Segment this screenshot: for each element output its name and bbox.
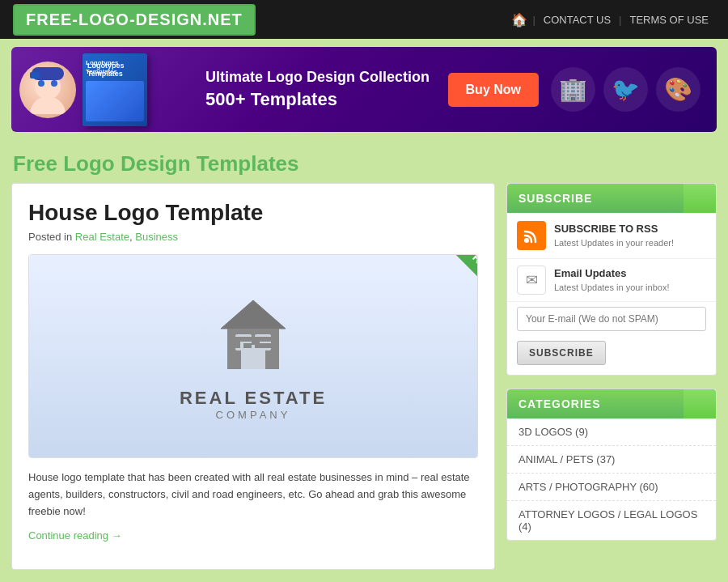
email-text: Email Updates Latest Updates in your inb…	[554, 267, 669, 294]
subscribe-button[interactable]: SUBSCRIBE	[517, 341, 606, 365]
meta-prefix: Posted in	[28, 231, 72, 243]
site-header: FREE-LOGO-DESIGN.NET 🏠 | CONTACT US | TE…	[0, 0, 728, 39]
free-ribbon: FREE	[396, 255, 477, 336]
logo-graphic: REAL ESTATE COMPANY	[180, 292, 327, 421]
banner-title: Ultimate Logo Design Collection	[205, 69, 432, 86]
article-image-wrap: REAL ESTATE COMPANY FREE	[28, 254, 478, 458]
svg-rect-10	[241, 345, 265, 369]
house-logo-svg	[205, 292, 302, 381]
categories-header: CATEGORIES	[507, 389, 716, 418]
svg-rect-17	[266, 343, 271, 348]
rss-subtitle: Latest Updates in your reader!	[554, 238, 674, 248]
svg-point-3	[51, 80, 57, 87]
art-icon: 🎨	[656, 67, 700, 112]
logo-text: FREE-LOGO-DESIGN.NET	[26, 11, 243, 28]
banner-right-icons: 🏢 🐦 🎨	[551, 67, 717, 112]
banner-subtitle: 500+ Templates	[205, 89, 432, 110]
categories-section: CATEGORIES 3D LOGOS (9) ANIMAL / PETS (3…	[506, 389, 717, 541]
article-description: House logo template that has been create…	[28, 469, 478, 520]
site-logo[interactable]: FREE-LOGO-DESIGN.NET	[13, 4, 256, 36]
banner-middle: Ultimate Logo Design Collection 500+ Tem…	[189, 69, 448, 110]
terms-link[interactable]: TERMS OF USE	[623, 14, 715, 26]
svg-rect-13	[243, 343, 252, 348]
email-subtitle: Latest Updates in your inbox!	[554, 283, 669, 292]
sidebar: SUBSCRIBE SUBSCRIBE TO RSS Latest Update…	[506, 183, 717, 570]
nav-divider: |	[532, 14, 535, 26]
continue-reading-link[interactable]: Continue reading →	[28, 529, 478, 542]
svg-rect-15	[255, 337, 271, 342]
email-input[interactable]	[517, 307, 706, 331]
banner-count: 500+	[205, 89, 246, 109]
company-text: COMPANY	[216, 409, 291, 421]
svg-rect-12	[235, 337, 252, 342]
article: House Logo Template Posted in Real Estat…	[11, 183, 495, 570]
banner-left: LogotypesTemplates	[11, 53, 189, 126]
main-layout: House Logo Template Posted in Real Estat…	[0, 183, 728, 582]
rss-title: SUBSCRIBE TO RSS	[554, 223, 674, 235]
buy-now-button[interactable]: Buy Now	[448, 73, 539, 107]
svg-marker-6	[221, 300, 286, 329]
nav-divider-2: |	[619, 14, 621, 26]
category-item-1[interactable]: ANIMAL / PETS (37)	[507, 446, 716, 474]
article-meta: Posted in Real Estate, Business	[28, 231, 478, 243]
category-item-2[interactable]: ARTS / PHOTOGRAPHY (60)	[507, 474, 716, 501]
rss-subscribe[interactable]: SUBSCRIBE TO RSS Latest Updates in your …	[507, 213, 716, 259]
email-title: Email Updates	[554, 267, 669, 279]
rss-text: SUBSCRIBE TO RSS Latest Updates in your …	[554, 223, 674, 249]
svg-rect-5	[30, 72, 40, 79]
article-title: House Logo Template	[28, 200, 478, 226]
subscribe-section: SUBSCRIBE SUBSCRIBE TO RSS Latest Update…	[506, 183, 717, 376]
real-estate-text: REAL ESTATE	[180, 388, 327, 409]
svg-point-1	[30, 96, 66, 114]
subscribe-header: SUBSCRIBE	[507, 184, 716, 213]
page-title: Free Logo Design Templates	[0, 140, 728, 183]
social-icon: 🐦	[603, 67, 648, 112]
svg-point-18	[524, 238, 529, 243]
category-item-3[interactable]: ATTORNEY LOGOS / LEGAL LOGOS (4)	[507, 501, 716, 540]
category-item-0[interactable]: 3D LOGOS (9)	[507, 418, 716, 446]
rss-icon	[517, 221, 546, 250]
contact-us-link[interactable]: CONTACT US	[537, 14, 617, 26]
email-icon: ✉	[517, 266, 546, 295]
company-icon: 🏢	[551, 67, 595, 112]
email-subscribe[interactable]: ✉ Email Updates Latest Updates in your i…	[507, 259, 716, 302]
banner-rest: Templates	[246, 89, 337, 109]
promo-banner: LogotypesTemplates Ultimate Logo Design …	[11, 47, 717, 132]
free-ribbon-label: FREE	[433, 255, 477, 312]
home-icon[interactable]: 🏠	[511, 12, 527, 28]
meta-link-business[interactable]: Business	[135, 231, 178, 243]
header-nav: 🏠 | CONTACT US | TERMS OF USE	[511, 12, 715, 28]
banner-face-icon	[19, 62, 76, 118]
banner-book-icon: LogotypesTemplates	[83, 53, 147, 126]
meta-link-real-estate[interactable]: Real Estate	[75, 231, 129, 243]
svg-point-2	[38, 80, 44, 87]
